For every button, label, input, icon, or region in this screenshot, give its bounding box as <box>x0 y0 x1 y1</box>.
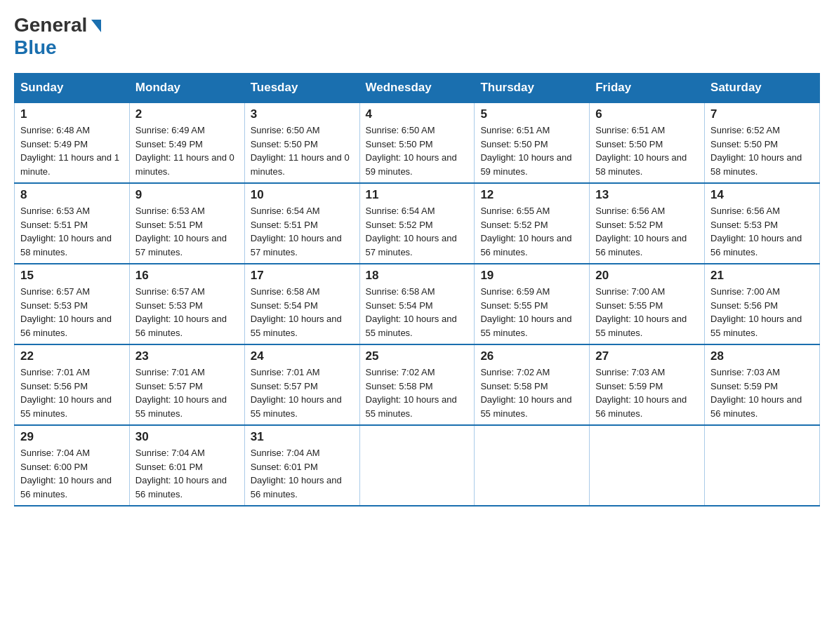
calendar-cell: 23Sunrise: 7:01 AMSunset: 5:57 PMDayligh… <box>129 344 244 425</box>
header-sunday: Sunday <box>15 74 130 103</box>
header-monday: Monday <box>129 74 244 103</box>
calendar-cell: 14Sunrise: 6:56 AMSunset: 5:53 PMDayligh… <box>705 183 820 264</box>
calendar-cell: 31Sunrise: 7:04 AMSunset: 6:01 PMDayligh… <box>244 425 359 506</box>
calendar-cell: 19Sunrise: 6:59 AMSunset: 5:55 PMDayligh… <box>475 264 590 344</box>
day-info: Sunrise: 7:00 AMSunset: 5:56 PMDaylight:… <box>710 285 814 340</box>
day-number: 26 <box>480 349 583 363</box>
week-row-2: 8Sunrise: 6:53 AMSunset: 5:51 PMDaylight… <box>15 183 820 264</box>
calendar-cell: 27Sunrise: 7:03 AMSunset: 5:59 PMDayligh… <box>590 344 705 425</box>
day-info: Sunrise: 7:03 AMSunset: 5:59 PMDaylight:… <box>595 365 699 420</box>
calendar-cell: 20Sunrise: 7:00 AMSunset: 5:55 PMDayligh… <box>590 264 705 344</box>
day-info: Sunrise: 7:02 AMSunset: 5:58 PMDaylight:… <box>480 365 583 420</box>
day-number: 7 <box>710 107 814 121</box>
calendar-cell: 26Sunrise: 7:02 AMSunset: 5:58 PMDayligh… <box>475 344 590 425</box>
day-number: 9 <box>135 188 239 202</box>
logo-general-text: General <box>14 14 87 36</box>
day-number: 25 <box>366 349 469 363</box>
calendar-table: SundayMondayTuesdayWednesdayThursdayFrid… <box>14 73 820 507</box>
day-info: Sunrise: 7:04 AMSunset: 6:00 PMDaylight:… <box>20 446 124 501</box>
day-info: Sunrise: 6:57 AMSunset: 5:53 PMDaylight:… <box>135 285 239 340</box>
day-info: Sunrise: 7:00 AMSunset: 5:55 PMDaylight:… <box>595 285 699 340</box>
day-info: Sunrise: 6:51 AMSunset: 5:50 PMDaylight:… <box>480 123 583 178</box>
day-number: 1 <box>20 107 124 121</box>
day-info: Sunrise: 6:54 AMSunset: 5:51 PMDaylight:… <box>251 204 354 259</box>
day-number: 6 <box>595 107 699 121</box>
calendar-cell: 24Sunrise: 7:01 AMSunset: 5:57 PMDayligh… <box>244 344 359 425</box>
day-number: 15 <box>20 269 124 283</box>
calendar-header-row: SundayMondayTuesdayWednesdayThursdayFrid… <box>15 74 820 103</box>
day-number: 21 <box>710 269 814 283</box>
day-info: Sunrise: 7:04 AMSunset: 6:01 PMDaylight:… <box>251 446 354 501</box>
day-info: Sunrise: 7:02 AMSunset: 5:58 PMDaylight:… <box>366 365 469 420</box>
day-info: Sunrise: 7:01 AMSunset: 5:56 PMDaylight:… <box>20 365 124 420</box>
day-number: 16 <box>135 269 239 283</box>
day-info: Sunrise: 6:55 AMSunset: 5:52 PMDaylight:… <box>480 204 583 259</box>
day-number: 18 <box>366 269 469 283</box>
calendar-cell: 28Sunrise: 7:03 AMSunset: 5:59 PMDayligh… <box>705 344 820 425</box>
calendar-cell: 30Sunrise: 7:04 AMSunset: 6:01 PMDayligh… <box>129 425 244 506</box>
calendar-cell: 10Sunrise: 6:54 AMSunset: 5:51 PMDayligh… <box>244 183 359 264</box>
calendar-cell <box>590 425 705 506</box>
calendar-cell: 17Sunrise: 6:58 AMSunset: 5:54 PMDayligh… <box>244 264 359 344</box>
day-number: 27 <box>595 349 699 363</box>
day-info: Sunrise: 6:48 AMSunset: 5:49 PMDaylight:… <box>20 123 124 178</box>
day-info: Sunrise: 6:58 AMSunset: 5:54 PMDaylight:… <box>251 285 354 340</box>
day-number: 28 <box>710 349 814 363</box>
calendar-cell: 7Sunrise: 6:52 AMSunset: 5:50 PMDaylight… <box>705 102 820 183</box>
day-number: 10 <box>251 188 354 202</box>
day-number: 29 <box>20 430 124 444</box>
day-info: Sunrise: 6:58 AMSunset: 5:54 PMDaylight:… <box>366 285 469 340</box>
calendar-cell: 29Sunrise: 7:04 AMSunset: 6:00 PMDayligh… <box>15 425 130 506</box>
header-wednesday: Wednesday <box>359 74 475 103</box>
calendar-cell: 4Sunrise: 6:50 AMSunset: 5:50 PMDaylight… <box>359 102 475 183</box>
day-number: 5 <box>480 107 583 121</box>
calendar-cell: 21Sunrise: 7:00 AMSunset: 5:56 PMDayligh… <box>705 264 820 344</box>
header-friday: Friday <box>590 74 705 103</box>
day-number: 22 <box>20 349 124 363</box>
header-tuesday: Tuesday <box>244 74 359 103</box>
day-info: Sunrise: 7:04 AMSunset: 6:01 PMDaylight:… <box>135 446 239 501</box>
calendar-cell: 13Sunrise: 6:56 AMSunset: 5:52 PMDayligh… <box>590 183 705 264</box>
day-info: Sunrise: 6:49 AMSunset: 5:49 PMDaylight:… <box>135 123 239 178</box>
day-number: 3 <box>251 107 354 121</box>
day-info: Sunrise: 6:59 AMSunset: 5:55 PMDaylight:… <box>480 285 583 340</box>
day-number: 17 <box>251 269 354 283</box>
logo-arrow-icon <box>91 20 101 32</box>
page-header: General Blue <box>14 14 820 59</box>
logo-blue-text: Blue <box>14 36 57 59</box>
calendar-cell: 3Sunrise: 6:50 AMSunset: 5:50 PMDaylight… <box>244 102 359 183</box>
day-info: Sunrise: 6:53 AMSunset: 5:51 PMDaylight:… <box>20 204 124 259</box>
day-info: Sunrise: 6:57 AMSunset: 5:53 PMDaylight:… <box>20 285 124 340</box>
day-info: Sunrise: 6:52 AMSunset: 5:50 PMDaylight:… <box>710 123 814 178</box>
day-info: Sunrise: 6:51 AMSunset: 5:50 PMDaylight:… <box>595 123 699 178</box>
day-info: Sunrise: 6:54 AMSunset: 5:52 PMDaylight:… <box>366 204 469 259</box>
calendar-cell: 9Sunrise: 6:53 AMSunset: 5:51 PMDaylight… <box>129 183 244 264</box>
day-number: 19 <box>480 269 583 283</box>
calendar-cell: 1Sunrise: 6:48 AMSunset: 5:49 PMDaylight… <box>15 102 130 183</box>
day-number: 31 <box>251 430 354 444</box>
calendar-cell: 22Sunrise: 7:01 AMSunset: 5:56 PMDayligh… <box>15 344 130 425</box>
calendar-cell: 11Sunrise: 6:54 AMSunset: 5:52 PMDayligh… <box>359 183 475 264</box>
day-number: 8 <box>20 188 124 202</box>
day-number: 14 <box>710 188 814 202</box>
day-number: 23 <box>135 349 239 363</box>
day-info: Sunrise: 7:01 AMSunset: 5:57 PMDaylight:… <box>251 365 354 420</box>
calendar-cell: 2Sunrise: 6:49 AMSunset: 5:49 PMDaylight… <box>129 102 244 183</box>
calendar-cell: 6Sunrise: 6:51 AMSunset: 5:50 PMDaylight… <box>590 102 705 183</box>
day-number: 4 <box>366 107 469 121</box>
calendar-cell: 5Sunrise: 6:51 AMSunset: 5:50 PMDaylight… <box>475 102 590 183</box>
day-number: 12 <box>480 188 583 202</box>
calendar-cell <box>359 425 475 506</box>
day-number: 13 <box>595 188 699 202</box>
day-info: Sunrise: 6:56 AMSunset: 5:52 PMDaylight:… <box>595 204 699 259</box>
header-saturday: Saturday <box>705 74 820 103</box>
logo: General Blue <box>14 14 101 59</box>
day-number: 24 <box>251 349 354 363</box>
day-info: Sunrise: 7:03 AMSunset: 5:59 PMDaylight:… <box>710 365 814 420</box>
day-number: 2 <box>135 107 239 121</box>
day-info: Sunrise: 6:53 AMSunset: 5:51 PMDaylight:… <box>135 204 239 259</box>
week-row-5: 29Sunrise: 7:04 AMSunset: 6:00 PMDayligh… <box>15 425 820 506</box>
day-number: 30 <box>135 430 239 444</box>
calendar-cell: 16Sunrise: 6:57 AMSunset: 5:53 PMDayligh… <box>129 264 244 344</box>
day-number: 11 <box>366 188 469 202</box>
